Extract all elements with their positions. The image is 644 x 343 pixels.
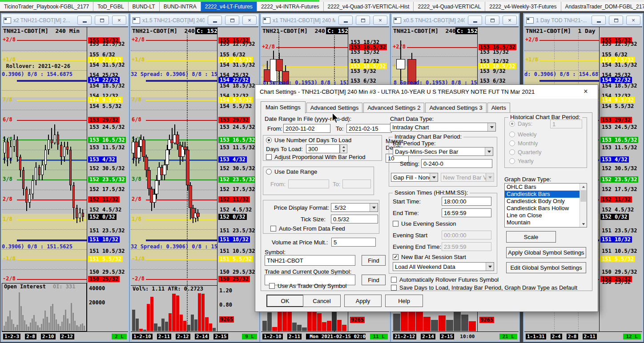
cancel-button[interactable]: Cancel xyxy=(303,295,341,307)
graph-draw-type-list[interactable]: OHLC BarsCandlestick BarsCandlestick Bod… xyxy=(504,183,587,227)
window-titlebar[interactable]: x1 TNH21-CBOT[M] 240 Min ... × xyxy=(261,14,389,27)
dialog-tab[interactable]: Alerts xyxy=(487,103,510,113)
bar-period-type-select[interactable]: Days-Mins-Secs Per Bar xyxy=(393,147,493,156)
bar-period-setting-input[interactable]: 0-240-0 xyxy=(421,159,492,168)
symbol-find-button[interactable]: Find xyxy=(362,255,386,266)
maximize-button[interactable] xyxy=(485,16,499,25)
minimize-button[interactable] xyxy=(468,16,482,25)
dialog-tab[interactable]: Advanced Settings 3 xyxy=(425,103,486,113)
price-scale[interactable]: 155 15/32155 12.5/32155 6/32155 2.5/3215… xyxy=(87,27,128,331)
new-bar-checkbox[interactable]: ✓New Bar At Session Start xyxy=(393,254,466,260)
date-from-input[interactable]: 2020-11-02 xyxy=(283,124,330,133)
adjust-proportional-checkbox[interactable]: Adjust Proportional With Bar Period xyxy=(266,154,365,160)
list-scrollbar[interactable] xyxy=(580,183,587,227)
price-scale[interactable]: 155 15/32155 12.5/32155 6/32155 2.5/3215… xyxy=(217,27,258,331)
window-titlebar[interactable]: x1.5 TNH21-CBOT[M] 240 Mi... × xyxy=(131,14,258,27)
rollover-checkbox[interactable]: Automatically Rollover Futures Symbol xyxy=(391,276,499,283)
workspace-tab[interactable]: ToD_FGBL xyxy=(93,2,128,11)
workspace-tab[interactable]: BUND-LT xyxy=(129,2,160,11)
dialog-tab[interactable]: Advanced Settings 2 xyxy=(363,103,424,113)
range-from-input[interactable] xyxy=(288,179,329,188)
evening-start-input[interactable]: 00:00:00 xyxy=(442,231,491,239)
close-icon[interactable]: × xyxy=(373,16,387,25)
save-default-checkbox[interactable]: Save Days to Load, Intraday Bar Period, … xyxy=(391,284,577,291)
edit-global-button[interactable]: Edit Global Symbol Settings xyxy=(506,262,586,273)
list-item[interactable]: Candlestick Bars Hollow xyxy=(505,205,580,212)
help-button[interactable]: Help xyxy=(385,295,423,307)
evening-session-checkbox[interactable]: Use Evening Session xyxy=(393,220,456,227)
session-start-input[interactable]: 18:00:00 xyxy=(442,197,491,206)
range-to-input[interactable] xyxy=(342,179,371,188)
scrollbar-thumb[interactable] xyxy=(580,190,586,202)
list-item[interactable]: Candlestick Body Only xyxy=(505,198,580,205)
workspace-tab[interactable]: 2222_v4-Weekly-3T-Futures xyxy=(485,2,561,11)
workspace-tab[interactable]: 2222_v4-Quad-3T-VERTICAL-Hist xyxy=(324,2,414,11)
apply-button[interactable]: Apply xyxy=(344,295,382,307)
chart-data-type-select[interactable]: Intraday Chart xyxy=(390,123,496,132)
list-item[interactable]: Candlestick Bars xyxy=(505,191,580,198)
new-trend-bar-select[interactable]: New Trend Bar V xyxy=(441,173,494,182)
list-item[interactable]: Mountain xyxy=(505,219,580,226)
workspace-tab[interactable]: 2222_v4-Quad-VERTICAL xyxy=(414,2,485,11)
scroll-up-icon[interactable] xyxy=(580,183,587,190)
workspace-tab[interactable]: BUND-INTRA xyxy=(160,2,201,11)
close-icon[interactable]: × xyxy=(626,16,640,25)
plot-area[interactable]: TNH21-CBOT[M] 240 Min +2/8+1/87/86/85/84… xyxy=(2,27,87,331)
close-icon[interactable]: × xyxy=(112,16,126,25)
maximize-button[interactable] xyxy=(609,16,623,25)
dialog-tab[interactable]: Main Settings xyxy=(261,101,306,113)
hist-quarterly-radio[interactable]: Quarterly xyxy=(509,149,541,156)
tick-size-input[interactable]: 0.5/32 xyxy=(331,215,378,223)
days-spinner[interactable] xyxy=(340,144,347,153)
workspace-tab[interactable]: 2222_v4-INTRA-Futures xyxy=(257,2,324,11)
minimize-button[interactable] xyxy=(77,16,92,25)
hist-monthly-radio[interactable]: Monthly xyxy=(509,140,538,147)
trade-find-button[interactable]: Find xyxy=(362,275,386,285)
apply-global-button[interactable]: Apply Global Symbol Settings xyxy=(506,247,586,258)
hist-days-input[interactable]: 1 xyxy=(550,120,582,128)
days-to-load-input[interactable]: 300 xyxy=(306,144,340,153)
gap-fill-select[interactable]: Gap Fill - None xyxy=(391,173,438,182)
scroll-down-icon[interactable] xyxy=(580,221,587,227)
price-display-format-select[interactable]: .5/32 xyxy=(331,203,378,212)
hist-yearly-radio[interactable]: Yearly xyxy=(509,158,534,164)
window-titlebar[interactable]: x0.5 TNH21-CBOT[M] 240 Mi... × xyxy=(392,14,519,27)
weekend-data-select[interactable]: Load All Weekend Data xyxy=(393,262,494,271)
close-icon[interactable]: × xyxy=(242,16,257,25)
chart-data-type-label: Chart Data Type: xyxy=(390,116,434,122)
symbol-input[interactable]: TNH21-CBOT xyxy=(265,255,355,266)
window-titlebar[interactable]: 1 Day TOD TNH21-... × xyxy=(524,14,642,27)
list-item[interactable]: OHLC Bars xyxy=(505,183,580,191)
window-titlebar[interactable]: x2 TNH21-CBOT[M] 2... × xyxy=(2,14,128,27)
workspace-tab[interactable]: 2222_v4-LT-Futures xyxy=(201,2,257,11)
minimize-button[interactable] xyxy=(592,16,606,25)
close-icon[interactable]: × xyxy=(578,85,593,98)
dialog-titlebar[interactable]: Chart Settings - TNH21-CBOT[M] 240 Min #… xyxy=(255,85,598,99)
plot-area[interactable]: TNH21-CBOT[M] 240 Min #2 C: 152 +2/8+1/8… xyxy=(131,27,217,331)
auto-set-checkbox[interactable]: Auto-Set From Data Feed xyxy=(270,225,345,232)
hist-days-radio[interactable]: Days: xyxy=(509,120,532,127)
hist-weekly-radio[interactable]: Weekly xyxy=(509,131,536,138)
use-days-radio[interactable]: Use Number Of Days To Load xyxy=(266,137,351,144)
volume-mult-input[interactable]: 5 xyxy=(331,238,376,247)
minimize-button[interactable] xyxy=(338,16,353,25)
price-scale[interactable]: 155 15/32155 12.5/32155 6/32155 2.5/3215… xyxy=(600,27,642,331)
workspace-tab[interactable]: AndastraTrader_DOM-FGBL_2177 xyxy=(561,2,644,11)
trade-only-checkbox[interactable]: Use As Trade Only Symbol xyxy=(269,283,346,289)
scale-button[interactable]: Scale xyxy=(506,231,556,243)
evening-end-input[interactable]: 23:59:59 xyxy=(442,242,491,251)
minimize-button[interactable] xyxy=(208,16,222,25)
volume-bar xyxy=(50,306,52,331)
dialog-tab[interactable]: Advanced Settings xyxy=(306,103,362,113)
ok-button[interactable]: OK xyxy=(266,295,304,307)
list-item[interactable]: Line on Close xyxy=(505,212,580,219)
volume-bar xyxy=(322,322,326,331)
session-end-input[interactable]: 16:59:59 xyxy=(442,208,491,217)
maximize-button[interactable] xyxy=(225,16,239,25)
close-icon[interactable]: × xyxy=(503,16,517,25)
maximize-button[interactable] xyxy=(356,16,370,25)
workspace-tab[interactable]: TicinoTrader_Playbook-FGBL_2177 xyxy=(0,2,93,11)
use-date-range-radio[interactable]: Use Date Range xyxy=(266,168,317,175)
date-to-input[interactable]: 2021-02-15 xyxy=(346,124,392,133)
maximize-button[interactable] xyxy=(95,16,109,25)
